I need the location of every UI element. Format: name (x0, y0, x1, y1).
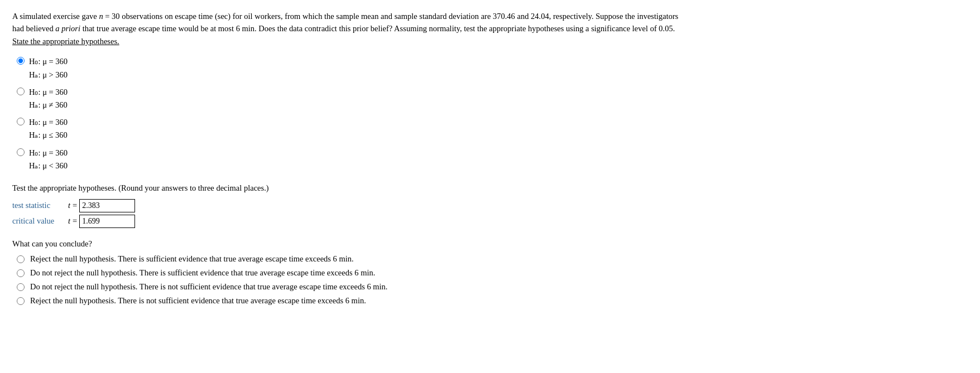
hypothesis-4-h0: H₀: μ = 360 (29, 147, 68, 159)
hypothesis-4-ha: Hₐ: μ < 360 (29, 159, 68, 172)
test-statistic-equals: = (73, 200, 77, 212)
conclude-section: What can you conclude? Reject the null h… (12, 238, 968, 307)
conclude-option-1[interactable]: Reject the null hypothesis. There is suf… (17, 253, 968, 265)
conclude-radio-1[interactable] (17, 255, 25, 263)
critical-value-equals: = (73, 215, 77, 227)
conclude-option-3[interactable]: Do not reject the null hypothesis. There… (17, 281, 968, 293)
hypothesis-option-4[interactable]: H₀: μ = 360 Hₐ: μ < 360 (17, 147, 968, 172)
hypothesis-radio-4[interactable] (17, 148, 25, 156)
critical-value-var: t (68, 215, 70, 227)
hypothesis-radio-1[interactable] (17, 57, 25, 65)
hypothesis-2-h0: H₀: μ = 360 (29, 86, 68, 99)
hypothesis-option-1[interactable]: H₀: μ = 360 Hₐ: μ > 360 (17, 55, 968, 81)
conclude-label-2: Do not reject the null hypothesis. There… (30, 267, 375, 279)
critical-value-label: critical value (12, 215, 68, 227)
hypothesis-option-3[interactable]: H₀: μ = 360 Hₐ: μ ≤ 360 (17, 116, 968, 142)
hypothesis-3-ha: Hₐ: μ ≤ 360 (29, 129, 68, 142)
state-hypotheses-label: State the appropriate hypotheses. (12, 37, 119, 46)
conclude-label-1: Reject the null hypothesis. There is suf… (30, 253, 354, 265)
conclude-label-4: Reject the null hypothesis. There is not… (30, 295, 366, 307)
problem-text-part1: A simulated exercise gave n = 30 observa… (12, 12, 679, 21)
hypothesis-1-h0: H₀: μ = 360 (29, 55, 68, 68)
test-statistic-var: t (68, 200, 70, 212)
hypothesis-2-ha: Hₐ: μ ≠ 360 (29, 99, 68, 112)
problem-text-part2: had believed a priori that true average … (12, 24, 675, 33)
conclude-radio-4[interactable] (17, 297, 25, 305)
test-statistic-input[interactable] (79, 199, 135, 212)
hypotheses-section: H₀: μ = 360 Hₐ: μ > 360 H₀: μ = 360 Hₐ: … (17, 55, 968, 172)
critical-value-row: critical value t = (12, 215, 968, 228)
conclude-radio-3[interactable] (17, 283, 25, 291)
hypothesis-1-ha: Hₐ: μ > 360 (29, 69, 68, 81)
hypothesis-radio-3[interactable] (17, 118, 25, 125)
conclude-title: What can you conclude? (12, 238, 968, 250)
conclude-option-4[interactable]: Reject the null hypothesis. There is not… (17, 295, 968, 307)
test-instruction: Test the appropriate hypotheses. (Round … (12, 182, 968, 195)
test-statistic-row: test statistic t = (12, 199, 968, 212)
hypothesis-option-2[interactable]: H₀: μ = 360 Hₐ: μ ≠ 360 (17, 86, 968, 112)
conclude-radio-2[interactable] (17, 269, 25, 277)
critical-value-input[interactable] (79, 215, 135, 228)
test-section: Test the appropriate hypotheses. (Round … (12, 182, 968, 228)
hypothesis-3-h0: H₀: μ = 360 (29, 116, 68, 129)
test-statistic-label: test statistic (12, 200, 68, 212)
hypothesis-radio-2[interactable] (17, 88, 25, 95)
conclude-label-3: Do not reject the null hypothesis. There… (30, 281, 387, 293)
problem-text: A simulated exercise gave n = 30 observa… (12, 10, 961, 47)
conclude-option-2[interactable]: Do not reject the null hypothesis. There… (17, 267, 968, 279)
